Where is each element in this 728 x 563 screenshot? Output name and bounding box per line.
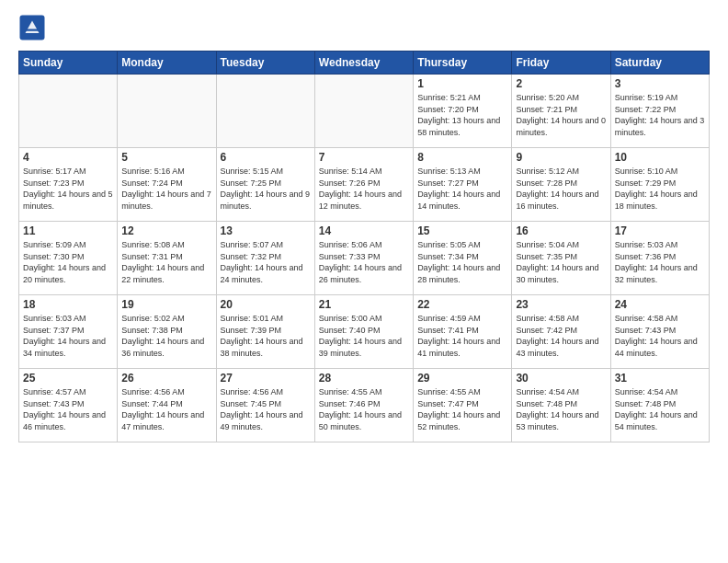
day-info: Sunrise: 5:02 AMSunset: 7:38 PMDaylight:… xyxy=(121,313,211,359)
day-number: 9 xyxy=(516,151,606,164)
day-number: 7 xyxy=(319,151,409,164)
calendar-day-cell: 1Sunrise: 5:21 AMSunset: 7:20 PMDaylight… xyxy=(414,75,512,148)
calendar-week-row: 4Sunrise: 5:17 AMSunset: 7:23 PMDaylight… xyxy=(19,148,710,222)
day-number: 26 xyxy=(121,372,211,385)
day-number: 21 xyxy=(319,298,409,311)
day-info: Sunrise: 5:03 AMSunset: 7:37 PMDaylight:… xyxy=(23,313,113,359)
calendar-day-cell: 6Sunrise: 5:15 AMSunset: 7:25 PMDaylight… xyxy=(216,148,314,222)
calendar-day-cell xyxy=(118,75,216,148)
day-number: 6 xyxy=(221,151,311,164)
day-info: Sunrise: 5:19 AMSunset: 7:22 PMDaylight:… xyxy=(615,92,705,138)
day-info: Sunrise: 5:08 AMSunset: 7:31 PMDaylight:… xyxy=(121,239,211,285)
weekday-header: Wednesday xyxy=(314,52,413,75)
calendar-day-cell: 17Sunrise: 5:03 AMSunset: 7:36 PMDayligh… xyxy=(610,222,709,295)
day-info: Sunrise: 5:10 AMSunset: 7:29 PMDaylight:… xyxy=(615,166,705,212)
day-info: Sunrise: 5:01 AMSunset: 7:39 PMDaylight:… xyxy=(221,313,311,359)
weekday-header: Friday xyxy=(512,52,610,75)
day-number: 11 xyxy=(23,224,113,237)
day-info: Sunrise: 5:07 AMSunset: 7:32 PMDaylight:… xyxy=(221,239,311,285)
calendar-day-cell: 27Sunrise: 4:56 AMSunset: 7:45 PMDayligh… xyxy=(216,369,314,442)
calendar-day-cell xyxy=(216,75,314,148)
day-number: 20 xyxy=(221,298,311,311)
day-number: 19 xyxy=(121,298,211,311)
calendar-week-row: 25Sunrise: 4:57 AMSunset: 7:43 PMDayligh… xyxy=(19,369,710,442)
calendar-table: SundayMondayTuesdayWednesdayThursdayFrid… xyxy=(18,51,710,442)
day-info: Sunrise: 5:21 AMSunset: 7:20 PMDaylight:… xyxy=(417,92,507,138)
day-info: Sunrise: 4:55 AMSunset: 7:47 PMDaylight:… xyxy=(417,386,507,432)
day-number: 4 xyxy=(23,151,113,164)
day-number: 30 xyxy=(516,372,606,385)
weekday-header: Saturday xyxy=(610,52,709,75)
calendar-day-cell xyxy=(314,75,413,148)
day-info: Sunrise: 5:17 AMSunset: 7:23 PMDaylight:… xyxy=(23,166,113,212)
day-number: 5 xyxy=(121,151,211,164)
calendar-day-cell: 19Sunrise: 5:02 AMSunset: 7:38 PMDayligh… xyxy=(118,295,216,369)
weekday-header: Tuesday xyxy=(216,52,314,75)
day-number: 14 xyxy=(319,224,409,237)
day-info: Sunrise: 5:09 AMSunset: 7:30 PMDaylight:… xyxy=(23,239,113,285)
day-number: 2 xyxy=(516,77,606,90)
calendar-day-cell: 21Sunrise: 5:00 AMSunset: 7:40 PMDayligh… xyxy=(314,295,413,369)
calendar-day-cell: 26Sunrise: 4:56 AMSunset: 7:44 PMDayligh… xyxy=(118,369,216,442)
calendar-day-cell: 2Sunrise: 5:20 AMSunset: 7:21 PMDaylight… xyxy=(512,75,610,148)
calendar-day-cell: 7Sunrise: 5:14 AMSunset: 7:26 PMDaylight… xyxy=(314,148,413,222)
calendar-day-cell: 13Sunrise: 5:07 AMSunset: 7:32 PMDayligh… xyxy=(216,222,314,295)
day-number: 23 xyxy=(516,298,606,311)
page-header xyxy=(18,14,710,41)
calendar-day-cell: 9Sunrise: 5:12 AMSunset: 7:28 PMDaylight… xyxy=(512,148,610,222)
day-number: 28 xyxy=(319,372,409,385)
day-info: Sunrise: 4:54 AMSunset: 7:48 PMDaylight:… xyxy=(516,386,606,432)
day-number: 27 xyxy=(221,372,311,385)
calendar-week-row: 11Sunrise: 5:09 AMSunset: 7:30 PMDayligh… xyxy=(19,222,710,295)
day-number: 31 xyxy=(615,372,705,385)
day-info: Sunrise: 4:57 AMSunset: 7:43 PMDaylight:… xyxy=(23,386,113,432)
day-info: Sunrise: 5:12 AMSunset: 7:28 PMDaylight:… xyxy=(516,166,606,212)
calendar-day-cell: 31Sunrise: 4:54 AMSunset: 7:48 PMDayligh… xyxy=(610,369,709,442)
day-number: 13 xyxy=(221,224,311,237)
day-info: Sunrise: 5:14 AMSunset: 7:26 PMDaylight:… xyxy=(319,166,409,212)
calendar-week-row: 18Sunrise: 5:03 AMSunset: 7:37 PMDayligh… xyxy=(19,295,710,369)
day-info: Sunrise: 4:56 AMSunset: 7:45 PMDaylight:… xyxy=(221,386,311,432)
day-number: 29 xyxy=(417,372,507,385)
calendar-day-cell: 16Sunrise: 5:04 AMSunset: 7:35 PMDayligh… xyxy=(512,222,610,295)
day-number: 16 xyxy=(516,224,606,237)
calendar-day-cell: 24Sunrise: 4:58 AMSunset: 7:43 PMDayligh… xyxy=(610,295,709,369)
calendar-day-cell: 5Sunrise: 5:16 AMSunset: 7:24 PMDaylight… xyxy=(118,148,216,222)
day-number: 12 xyxy=(121,224,211,237)
day-info: Sunrise: 4:58 AMSunset: 7:43 PMDaylight:… xyxy=(615,313,705,359)
day-number: 8 xyxy=(417,151,507,164)
day-number: 17 xyxy=(615,224,705,237)
calendar-day-cell: 3Sunrise: 5:19 AMSunset: 7:22 PMDaylight… xyxy=(610,75,709,148)
calendar-day-cell: 25Sunrise: 4:57 AMSunset: 7:43 PMDayligh… xyxy=(19,369,118,442)
weekday-header: Monday xyxy=(118,52,216,75)
day-info: Sunrise: 4:54 AMSunset: 7:48 PMDaylight:… xyxy=(615,386,705,432)
day-info: Sunrise: 4:58 AMSunset: 7:42 PMDaylight:… xyxy=(516,313,606,359)
day-info: Sunrise: 4:56 AMSunset: 7:44 PMDaylight:… xyxy=(121,386,211,432)
calendar-day-cell: 4Sunrise: 5:17 AMSunset: 7:23 PMDaylight… xyxy=(19,148,118,222)
calendar-day-cell: 14Sunrise: 5:06 AMSunset: 7:33 PMDayligh… xyxy=(314,222,413,295)
calendar-day-cell xyxy=(19,75,118,148)
calendar-day-cell: 29Sunrise: 4:55 AMSunset: 7:47 PMDayligh… xyxy=(414,369,512,442)
calendar-day-cell: 30Sunrise: 4:54 AMSunset: 7:48 PMDayligh… xyxy=(512,369,610,442)
day-info: Sunrise: 5:05 AMSunset: 7:34 PMDaylight:… xyxy=(417,239,507,285)
calendar-day-cell: 23Sunrise: 4:58 AMSunset: 7:42 PMDayligh… xyxy=(512,295,610,369)
day-info: Sunrise: 5:20 AMSunset: 7:21 PMDaylight:… xyxy=(516,92,606,138)
calendar-day-cell: 20Sunrise: 5:01 AMSunset: 7:39 PMDayligh… xyxy=(216,295,314,369)
day-number: 15 xyxy=(417,224,507,237)
day-info: Sunrise: 4:55 AMSunset: 7:46 PMDaylight:… xyxy=(319,386,409,432)
svg-rect-2 xyxy=(24,29,40,31)
weekday-header: Thursday xyxy=(414,52,512,75)
day-info: Sunrise: 5:04 AMSunset: 7:35 PMDaylight:… xyxy=(516,239,606,285)
calendar-day-cell: 12Sunrise: 5:08 AMSunset: 7:31 PMDayligh… xyxy=(118,222,216,295)
day-number: 1 xyxy=(417,77,507,90)
calendar-day-cell: 15Sunrise: 5:05 AMSunset: 7:34 PMDayligh… xyxy=(414,222,512,295)
day-number: 22 xyxy=(417,298,507,311)
calendar-week-row: 1Sunrise: 5:21 AMSunset: 7:20 PMDaylight… xyxy=(19,75,710,148)
calendar-day-cell: 22Sunrise: 4:59 AMSunset: 7:41 PMDayligh… xyxy=(414,295,512,369)
day-number: 25 xyxy=(23,372,113,385)
logo xyxy=(18,14,50,41)
day-number: 18 xyxy=(23,298,113,311)
logo-icon xyxy=(18,14,46,41)
day-info: Sunrise: 4:59 AMSunset: 7:41 PMDaylight:… xyxy=(417,313,507,359)
weekday-header: Sunday xyxy=(19,52,118,75)
